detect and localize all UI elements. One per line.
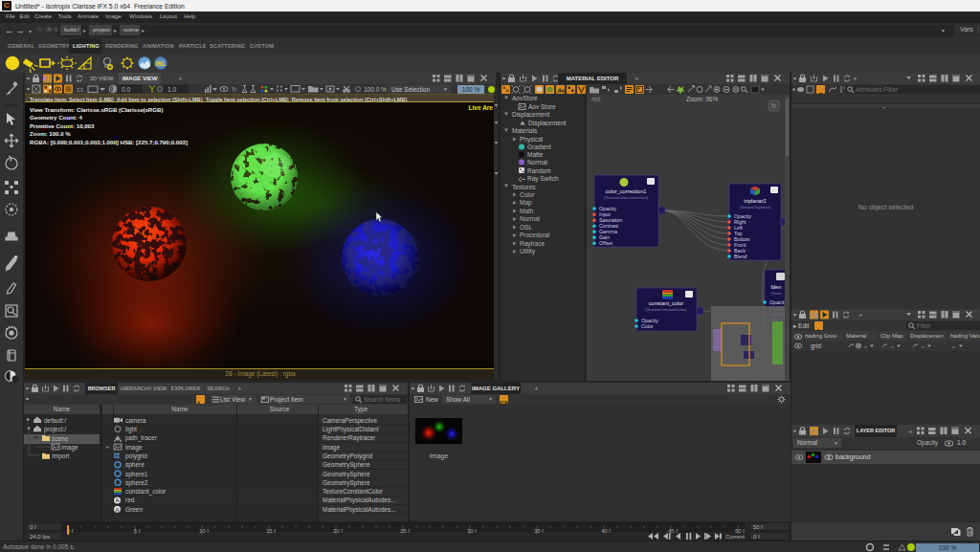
svg-text:LightPhysicalDistant: LightPhysicalDistant [323, 426, 379, 433]
svg-text:sphere2: sphere2 [125, 479, 148, 487]
svg-text:polygrid: polygrid [125, 453, 147, 460]
svg-text:(Textu: (Textu [770, 291, 782, 296]
svg-text:constant_color: constant_color [125, 488, 167, 496]
svg-text:Import: Import [52, 453, 70, 460]
svg-text:light: light [125, 426, 137, 433]
svg-text:Aov Store: Aov Store [528, 103, 556, 110]
svg-text:MaterialPhysicalAutodes...: MaterialPhysicalAutodes... [323, 497, 396, 504]
svg-text:Displacement: Displacement [528, 120, 567, 127]
svg-text:40 f: 40 f [601, 528, 611, 534]
svg-text:OSL: OSL [520, 224, 532, 231]
svg-text:20 f: 20 f [333, 528, 343, 534]
svg-text:path_tracer: path_tracer [125, 434, 158, 442]
svg-text:Procedural: Procedural [520, 232, 550, 238]
svg-text:5 f: 5 f [134, 528, 141, 534]
svg-text:30 f: 30 f [467, 528, 477, 534]
svg-text:Math: Math [520, 208, 534, 214]
svg-text:Opacity: Opacity [599, 206, 616, 211]
svg-text:Green: Green [125, 506, 143, 513]
svg-text:scene: scene [52, 435, 69, 442]
svg-text:IBL: IBL [155, 60, 167, 67]
svg-text:GeometrySphere: GeometrySphere [323, 461, 370, 469]
svg-text:color_correction1: color_correction1 [606, 188, 647, 194]
svg-text:Raytrace: Raytrace [520, 240, 545, 248]
svg-text:Image: Image [323, 444, 340, 452]
svg-text:GeometrySphere: GeometrySphere [323, 471, 370, 478]
svg-text:0.0: 0.0 [122, 86, 130, 93]
svg-text:Physical: Physical [520, 136, 544, 144]
svg-text:A: A [115, 507, 119, 513]
svg-text:A: A [115, 497, 119, 503]
svg-text:Utility: Utility [520, 248, 536, 255]
svg-text:Materials: Materials [512, 127, 538, 134]
svg-text:image: image [125, 444, 143, 452]
svg-text:(TextureTriplanar): (TextureTriplanar) [740, 205, 771, 210]
svg-text:10 f: 10 f [199, 528, 209, 534]
svg-text:Blend: Blend [734, 254, 747, 259]
svg-text:grid: grid [811, 342, 821, 350]
svg-text:↻: ↻ [232, 86, 237, 93]
svg-text:image: image [61, 444, 78, 452]
svg-text:Gradient: Gradient [527, 144, 551, 150]
svg-text:Normal: Normal [520, 215, 541, 222]
svg-text:project:/: project:/ [44, 426, 66, 433]
svg-text:(TextureConstantColor): (TextureConstantColor) [645, 307, 687, 312]
svg-text:25 f: 25 f [400, 528, 410, 534]
svg-text:100.0 %: 100.0 % [364, 86, 387, 93]
svg-text:RendererRaytracer: RendererRaytracer [323, 434, 376, 442]
svg-text:Ray Switch: Ray Switch [527, 175, 559, 183]
svg-text:camera: camera [125, 417, 146, 424]
svg-text:Normal: Normal [527, 159, 548, 166]
svg-text:↻: ↻ [771, 102, 777, 109]
svg-text:default:/: default:/ [44, 417, 66, 424]
svg-text:Random: Random [527, 167, 551, 174]
svg-text:Σ≡: Σ≡ [77, 87, 84, 93]
svg-text:AovStore: AovStore [512, 95, 538, 101]
svg-text:red: red [125, 497, 135, 503]
svg-text:sphere: sphere [125, 461, 145, 469]
svg-text:triplanar2: triplanar2 [744, 198, 766, 204]
svg-text:Color: Color [641, 323, 654, 329]
svg-text:(TextureColorCorrection): (TextureColorCorrection) [604, 195, 648, 200]
svg-text:sphere1: sphere1 [125, 471, 148, 478]
svg-text:Matte: Matte [527, 151, 544, 158]
svg-text:GeometryPolygrid: GeometryPolygrid [323, 453, 372, 460]
svg-text:15 f: 15 f [266, 528, 276, 534]
svg-text:constant_color: constant_color [649, 300, 684, 306]
svg-text:Color: Color [520, 191, 535, 198]
svg-text:TextureConstantColor: TextureConstantColor [323, 488, 384, 495]
svg-text:+: + [105, 444, 109, 451]
svg-text:Offset: Offset [599, 240, 613, 246]
svg-text:CameraPerspective: CameraPerspective [323, 417, 377, 425]
svg-text:MaterialPhysicalAutodes...: MaterialPhysicalAutodes... [323, 506, 396, 514]
svg-text:Displacement: Displacement [512, 111, 550, 119]
svg-text:GeometrySphere: GeometrySphere [323, 479, 370, 487]
svg-text:Map: Map [520, 199, 532, 207]
svg-text:blen: blen [771, 284, 782, 290]
svg-text:35 f: 35 f [534, 528, 544, 534]
svg-text:1.0: 1.0 [167, 86, 176, 93]
svg-text:Textures: Textures [512, 184, 536, 190]
